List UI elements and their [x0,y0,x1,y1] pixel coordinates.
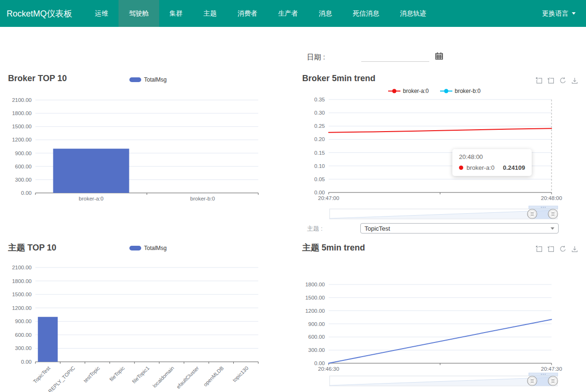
svg-text:20:47:30: 20:47:30 [541,366,562,372]
tooltip-series-dot [459,166,463,170]
topic-filter-label: 主题 : [307,225,323,233]
topic-trend-title: 主题 5min trend [302,242,365,253]
svg-text:0.35: 0.35 [314,97,325,102]
svg-text:0.15: 0.15 [314,150,325,156]
legend-label: broker-b:0 [455,88,481,94]
change-language-label: 更换语言 [542,9,569,18]
nav-item-consumer[interactable]: 消费者 [227,0,268,27]
svg-text:REPLY_TOPIC: REPLY_TOPIC [47,365,76,392]
svg-text:fileTopic: fileTopic [108,365,126,383]
calendar-icon[interactable] [435,52,443,60]
download-icon[interactable] [571,245,578,253]
svg-text:300.00: 300.00 [308,347,325,353]
date-filter-label: 日期 : [307,53,325,62]
svg-text:900.00: 900.00 [15,150,32,156]
legend-swatch [129,246,141,250]
topic-select[interactable]: TopicTest [360,223,559,234]
svg-text:0.10: 0.10 [314,163,325,169]
svg-text:openMLDB: openMLDB [202,365,224,387]
nav-item-producer[interactable]: 生产者 [268,0,308,27]
svg-text:600.00: 600.00 [308,334,325,340]
topic-top10-legend[interactable]: TotalMsg [129,245,167,251]
svg-text:1200.00: 1200.00 [305,308,325,314]
svg-text:600.00: 600.00 [15,332,32,338]
date-input[interactable] [361,51,429,62]
svg-text:0.30: 0.30 [314,110,325,116]
svg-text:broker-b:0: broker-b:0 [190,196,215,201]
topic-trend-datazoom-slider[interactable] [329,373,559,388]
svg-text:1500.00: 1500.00 [12,124,32,129]
svg-text:testTopic: testTopic [82,365,101,384]
svg-text:broker-a:0: broker-a:0 [79,196,103,201]
tooltip-series-name: broker-a:0 [467,164,494,171]
area-zoom-icon[interactable] [535,77,543,84]
line-marker [388,91,400,92]
broker-trend-datazoom-slider[interactable] [329,206,559,221]
svg-text:20:47:00: 20:47:00 [318,195,340,201]
svg-text:topic130: topic130 [231,365,249,383]
svg-text:0.00: 0.00 [21,359,32,365]
topic-trend-chart[interactable]: 0.00300.00600.00900.001200.001500.001800… [302,264,567,373]
top-navbar: RocketMQ仪表板 运维 驾驶舱 集群 主题 消费者 生产者 消息 死信消息… [0,0,586,27]
svg-text:600.00: 600.00 [15,164,32,169]
change-language-menu[interactable]: 更换语言 [542,0,576,27]
svg-text:300.00: 300.00 [15,177,32,183]
svg-text:1200.00: 1200.00 [12,137,32,142]
chart-tooltip: 20:48:00 broker-a:0 0.24109 [452,149,532,176]
svg-text:localdomain: localdomain [152,365,175,389]
svg-text:20:46:30: 20:46:30 [318,366,340,372]
rocketmq-dashboard-page: RocketMQ仪表板 运维 驾驶舱 集群 主题 消费者 生产者 消息 死信消息… [0,0,586,392]
broker-trend-toolbox [535,77,578,84]
svg-text:1200.00: 1200.00 [12,305,32,311]
broker-trend-title: Broker 5min trend [302,74,375,83]
refresh-icon[interactable] [559,77,567,84]
svg-text:900.00: 900.00 [15,318,32,324]
legend-label: TotalMsg [144,76,167,83]
broker-top10-title: Broker TOP 10 [8,74,67,83]
restore-icon[interactable] [547,77,555,84]
restore-icon[interactable] [547,245,555,253]
nav-item-dlq-message[interactable]: 死信消息 [342,0,390,27]
line-marker [440,91,452,92]
nav-item-ops[interactable]: 运维 [85,0,119,27]
broker-top10-legend[interactable]: TotalMsg [129,76,167,83]
svg-text:0.00: 0.00 [21,190,32,196]
svg-text:1800.00: 1800.00 [12,110,32,116]
svg-text:300.00: 300.00 [15,345,32,351]
nav-item-message-trace[interactable]: 消息轨迹 [390,0,437,27]
svg-text:1800.00: 1800.00 [12,278,32,284]
tooltip-time: 20:48:00 [459,153,525,160]
svg-text:2100.00: 2100.00 [12,97,32,103]
svg-text:0.00: 0.00 [314,190,325,195]
svg-text:0.25: 0.25 [314,123,325,129]
svg-text:0.20: 0.20 [314,136,325,142]
topic-top10-chart[interactable]: 0.00300.00600.00900.001200.001500.001800… [8,259,264,392]
area-zoom-icon[interactable] [535,245,543,253]
svg-text:0.05: 0.05 [314,176,325,182]
legend-swatch [129,77,141,82]
chevron-down-icon [551,227,554,230]
download-icon[interactable] [571,77,578,84]
nav-item-cluster[interactable]: 集群 [159,0,193,27]
tooltip-value: 0.24109 [503,164,525,171]
brand-title[interactable]: RocketMQ仪表板 [0,0,85,27]
svg-text:2100.00: 2100.00 [12,265,32,270]
nav-item-message[interactable]: 消息 [308,0,342,27]
broker-trend-legend: broker-a:0 broker-b:0 [302,88,567,94]
svg-text:1500.00: 1500.00 [305,295,325,300]
legend-item-broker-a[interactable]: broker-a:0 [388,88,429,94]
legend-label: TotalMsg [144,245,167,251]
svg-text:900.00: 900.00 [308,321,325,327]
svg-text:TopicTest: TopicTest [32,365,51,384]
nav-item-topic[interactable]: 主题 [193,0,227,27]
svg-text:1800.00: 1800.00 [305,282,325,287]
svg-text:fileTopic1: fileTopic1 [131,365,151,384]
broker-top10-chart[interactable]: 0.00300.00600.00900.001200.001500.001800… [8,92,264,210]
legend-item-broker-b[interactable]: broker-b:0 [440,88,481,94]
refresh-icon[interactable] [559,245,567,253]
legend-label: broker-a:0 [403,88,429,94]
svg-text:20:48:00: 20:48:00 [541,195,562,201]
topic-top10-title: 主题 TOP 10 [8,242,56,253]
chevron-down-icon [572,12,576,15]
nav-item-dashboard[interactable]: 驾驶舱 [119,0,159,27]
